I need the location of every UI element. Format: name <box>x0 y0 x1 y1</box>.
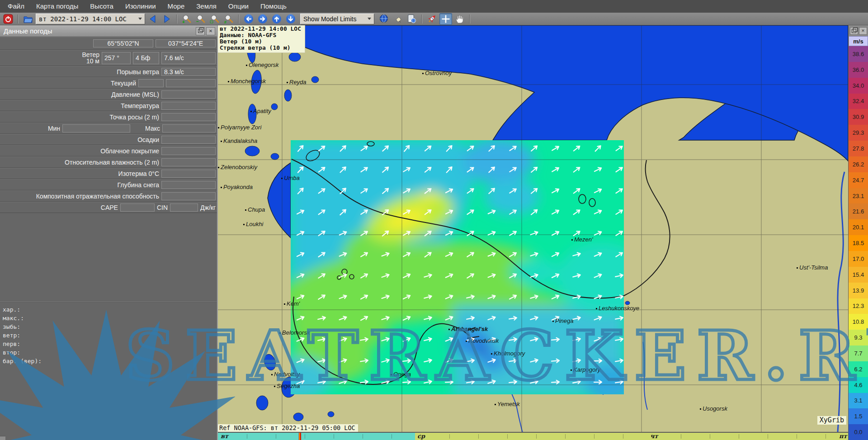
timeline-tick <box>247 434 247 439</box>
menu-item-Опции[interactable]: Опции <box>222 0 255 13</box>
panel-close-button[interactable]: ✕ <box>206 27 215 35</box>
field-label: Облачное покрытие <box>100 147 159 155</box>
colorbar-cell: 32.4 <box>849 94 868 109</box>
sea-state-label: втор: <box>3 348 218 357</box>
timeline-day-label: чт <box>650 433 658 440</box>
timeline-day-segment[interactable] <box>415 433 848 440</box>
city-label: Karpogory <box>571 366 600 373</box>
info-line: вт 2022-11-29 14:00 LOC <box>220 26 301 32</box>
city-label: Reyda <box>287 79 307 85</box>
magnifier-plus-icon: + <box>182 14 192 24</box>
map-area[interactable]: OlenegorskMonchegorskReydaOstrovnoyApati… <box>218 25 848 432</box>
field-label: Глубина снега <box>118 181 159 189</box>
timeline-tick <box>739 434 739 439</box>
globe-button[interactable] <box>377 13 390 25</box>
model-limits-value: Show Model Limits <box>303 15 357 23</box>
colorbar-cell: 30.9 <box>849 109 868 125</box>
panel-footer: хар.:макс.:зыбь:ветр:перв:втор:бар. (вер… <box>0 302 218 365</box>
timeline-tick <box>478 434 479 439</box>
menu-item-Земля[interactable]: Земля <box>190 0 222 13</box>
colorbar-cell: 3.1 <box>849 393 868 409</box>
panel-float-button[interactable] <box>196 27 205 35</box>
pan-hand-tool-button[interactable] <box>453 13 466 25</box>
value-cell <box>120 203 155 212</box>
arrow-down-circle-icon <box>285 14 296 24</box>
arrow-left-circle-icon <box>243 14 254 24</box>
timeline-current-marker[interactable] <box>299 433 301 440</box>
data-row: МинМакс <box>0 123 217 134</box>
city-label: Ust'-Tsilma <box>797 264 828 271</box>
timeline-day-segment[interactable] <box>218 433 415 440</box>
timeline-tick <box>623 434 623 439</box>
data-row: Облачное покрытие <box>0 145 217 156</box>
restore-icon <box>198 29 203 33</box>
city-label: Leshukonskoye <box>596 305 639 312</box>
field-label: CAPE <box>101 204 118 211</box>
colorbar-cell: 24.7 <box>849 172 868 188</box>
resize-notch[interactable] <box>0 436 5 440</box>
value-cell: 257 ° <box>102 52 131 64</box>
menu-item-Карта погоды[interactable]: Карта погоды <box>30 0 84 13</box>
zoom-select-button[interactable] <box>208 13 221 25</box>
timeline-tick <box>392 434 392 439</box>
timeline-tick <box>681 434 681 439</box>
colorbar-cell: 17.0 <box>849 251 868 267</box>
colorbar-float-button[interactable] <box>850 27 858 35</box>
pan-right-button[interactable] <box>256 13 269 25</box>
sea-state-label: хар.: <box>3 305 218 314</box>
city-label: Novodvinsk <box>466 337 499 344</box>
value-cell <box>161 181 216 189</box>
pan-down-button[interactable] <box>284 13 297 25</box>
prev-timestep-button[interactable] <box>146 13 159 25</box>
connection-button[interactable] <box>392 13 404 25</box>
timeline[interactable]: втсрчтпт <box>218 432 848 440</box>
next-timestep-button[interactable] <box>160 13 173 25</box>
toolbar: вт 2022-11-29 14:00 LOC + − <box>0 13 868 25</box>
menu-item-Высота[interactable]: Высота <box>84 0 119 13</box>
zoom-fit-button[interactable]: # <box>222 13 235 25</box>
colorbar-cell: 12.3 <box>849 298 868 314</box>
datetime-select[interactable]: вт 2022-11-29 14:00 LOC <box>36 14 145 24</box>
colorbar-cell: 9.3 <box>849 330 868 345</box>
panel-titlebar[interactable]: Данные погоды ✕ <box>0 25 217 37</box>
value-cell: 65°55'02"N <box>93 39 153 47</box>
crosshair-tool-button[interactable] <box>439 13 452 25</box>
value-cell <box>162 124 216 132</box>
menu-item-Изолинии[interactable]: Изолинии <box>119 0 162 13</box>
data-row: Осадки <box>0 134 217 145</box>
timeline-tick <box>826 434 826 439</box>
timeline-day-label: пт <box>839 433 847 440</box>
zoom-out-button[interactable]: − <box>194 13 207 25</box>
menu-item-Помощь[interactable]: Помощь <box>255 0 292 13</box>
chevron-down-icon <box>138 18 142 20</box>
menu-item-Море[interactable]: Море <box>162 0 191 13</box>
power-icon <box>3 14 13 24</box>
data-row: Текущий <box>0 77 217 89</box>
value-cell <box>161 170 216 178</box>
pan-left-button[interactable] <box>242 13 255 25</box>
field-label: Порывы ветра <box>117 68 159 76</box>
grib-info-button[interactable] <box>406 13 418 25</box>
zoom-in-button[interactable]: + <box>180 13 193 25</box>
city-label: Ostrovnoy <box>422 70 452 76</box>
city-label: Zelenoborskiy <box>218 164 257 170</box>
triangle-right-icon <box>162 14 171 24</box>
rocket-button[interactable] <box>425 13 438 25</box>
city-label: Kem' <box>284 300 300 307</box>
arrow-right-circle-icon <box>257 14 268 24</box>
arrow-up-circle-icon <box>271 14 282 24</box>
data-row: Порывы ветра8.3 м/с <box>0 66 217 77</box>
grib-reference-label: Ref NOAA-GFS: вт 2022-11-29 05:00 LOC <box>218 424 358 432</box>
quit-button[interactable] <box>2 13 14 25</box>
open-folder-icon <box>23 14 33 24</box>
value-cell <box>138 79 164 87</box>
colorbar-close-button[interactable]: ✕ <box>859 27 867 35</box>
magnifier-minus-icon: − <box>196 14 206 24</box>
restore-icon <box>852 29 856 33</box>
data-row: Относительная влажность (2 m) <box>0 156 217 168</box>
model-limits-select[interactable]: Show Model Limits <box>300 14 374 24</box>
field-label: Давление (MSL) <box>111 91 159 98</box>
open-file-button[interactable] <box>22 13 34 25</box>
menu-item-Файл[interactable]: Файл <box>2 0 30 13</box>
pan-up-button[interactable] <box>270 13 283 25</box>
